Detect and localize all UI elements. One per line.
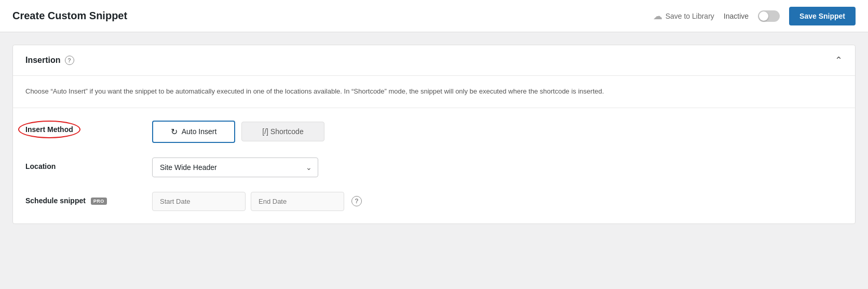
active-toggle[interactable] bbox=[758, 10, 780, 22]
shortcode-label: [/] Shortcode bbox=[262, 127, 303, 136]
info-text: Choose “Auto Insert” if you want the sni… bbox=[25, 86, 843, 97]
insert-method-label-wrapper: Insert Method bbox=[25, 125, 73, 134]
top-bar-actions: ☁ Save to Library Inactive Save Snippet bbox=[653, 7, 856, 25]
panel-header-left: Insertion ? bbox=[25, 56, 74, 65]
schedule-help-icon[interactable]: ? bbox=[351, 196, 362, 206]
start-date-input[interactable] bbox=[152, 192, 246, 211]
insert-method-row: Insert Method ↻ Auto Insert [/] Shortcod… bbox=[25, 121, 843, 143]
location-controls: Site Wide Header Site Wide Footer After … bbox=[152, 157, 843, 177]
insertion-panel: Insertion ? ⌃ Choose “Auto Insert” if yo… bbox=[12, 45, 856, 224]
info-section: Choose “Auto Insert” if you want the sni… bbox=[13, 76, 855, 108]
collapse-icon[interactable]: ⌃ bbox=[835, 55, 843, 66]
top-bar: Create Custom Snippet ☁ Save to Library … bbox=[0, 0, 868, 32]
location-row: Location Site Wide Header Site Wide Foot… bbox=[25, 157, 843, 177]
insertion-help-icon[interactable]: ? bbox=[65, 56, 74, 65]
save-snippet-button[interactable]: Save Snippet bbox=[789, 7, 856, 25]
end-date-input[interactable] bbox=[251, 192, 344, 211]
insert-method-label-col: Insert Method bbox=[25, 121, 140, 134]
location-select[interactable]: Site Wide Header Site Wide Footer After … bbox=[152, 157, 318, 177]
save-to-library-label: Save to Library bbox=[666, 12, 714, 20]
cloud-icon: ☁ bbox=[653, 10, 662, 22]
panel-title: Insertion bbox=[25, 56, 61, 65]
panel-header: Insertion ? ⌃ bbox=[13, 45, 855, 76]
main-content: Insertion ? ⌃ Choose “Auto Insert” if yo… bbox=[0, 32, 868, 289]
auto-insert-button[interactable]: ↻ Auto Insert bbox=[152, 121, 235, 143]
shortcode-button[interactable]: [/] Shortcode bbox=[241, 122, 324, 141]
schedule-label-col: Schedule snippet PRO bbox=[25, 192, 140, 205]
page-title: Create Custom Snippet bbox=[12, 10, 127, 22]
schedule-inputs: ? bbox=[152, 192, 362, 211]
schedule-snippet-row: Schedule snippet PRO ? bbox=[25, 192, 843, 211]
schedule-label: Schedule snippet PRO bbox=[25, 196, 107, 205]
form-section: Insert Method ↻ Auto Insert [/] Shortcod… bbox=[13, 108, 855, 224]
pro-badge: PRO bbox=[91, 198, 107, 205]
location-label-col: Location bbox=[25, 157, 140, 171]
save-to-library-button[interactable]: ☁ Save to Library bbox=[653, 10, 714, 22]
schedule-controls: ? bbox=[152, 192, 843, 211]
auto-insert-label: Auto Insert bbox=[182, 127, 217, 136]
auto-insert-icon: ↻ bbox=[171, 127, 178, 137]
insert-method-label: Insert Method bbox=[25, 125, 73, 134]
location-label: Location bbox=[25, 162, 56, 170]
location-select-wrapper: Site Wide Header Site Wide Footer After … bbox=[152, 157, 318, 177]
inactive-label: Inactive bbox=[724, 12, 749, 20]
insert-method-controls: ↻ Auto Insert [/] Shortcode bbox=[152, 121, 843, 143]
